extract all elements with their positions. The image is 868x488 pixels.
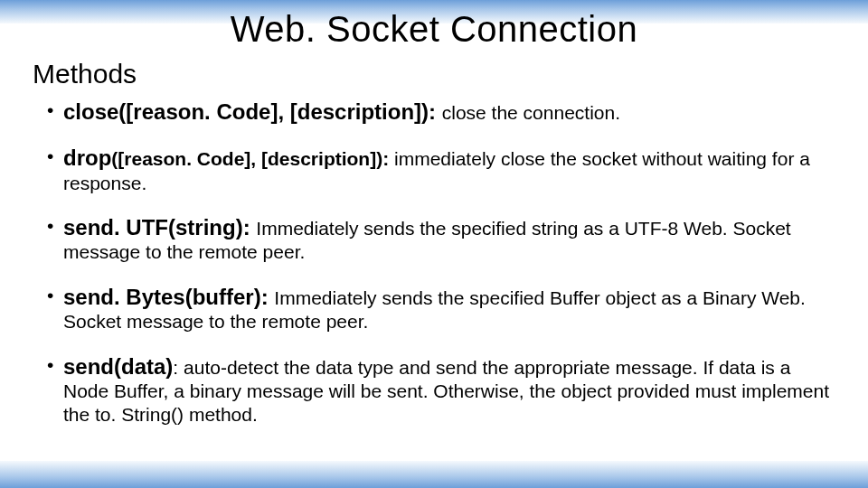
method-signature: send. UTF(string): [63, 215, 256, 239]
slide-title: Web. Socket Connection [0, 0, 868, 55]
slide-body: Web. Socket Connection Methods close([re… [0, 0, 868, 488]
method-list: close([reason. Code], [description]): cl… [0, 99, 868, 426]
method-signature: drop [63, 145, 111, 170]
method-signature: close([reason. Code], [description]): [63, 99, 442, 124]
method-signature-tail: ([reason. Code], [description]): [111, 148, 394, 169]
method-signature: send. Bytes(buffer): [63, 285, 274, 309]
list-item: send(data): auto-detect the data type an… [63, 353, 832, 426]
slide-subtitle: Methods [0, 55, 868, 99]
list-item: drop([reason. Code], [description]): imm… [63, 145, 832, 194]
list-item: send. UTF(string): Immediately sends the… [63, 214, 832, 264]
method-signature: send(data) [63, 354, 173, 379]
list-item: send. Bytes(buffer): Immediately sends t… [63, 284, 832, 333]
method-description: close the connection. [442, 102, 620, 123]
list-item: close([reason. Code], [description]): cl… [63, 99, 832, 125]
method-signature-tail: : [173, 357, 184, 378]
